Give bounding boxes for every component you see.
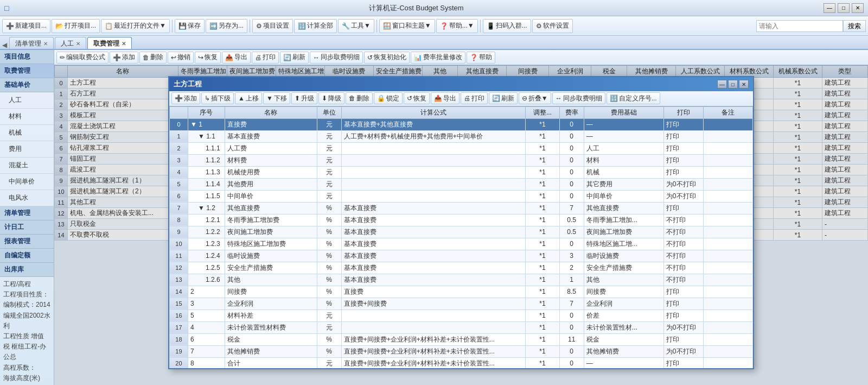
modal-grid-container[interactable]: 序号 名称 单位 计算公式 调整... 费率 费用基础 打印 备注 bbox=[169, 106, 753, 368]
sidebar-item-dianfengshui[interactable]: 电风水 bbox=[0, 190, 54, 206]
sidebar-item-feiyong[interactable]: 费用 bbox=[0, 141, 54, 157]
tab-close-qufeiguanli[interactable]: ✕ bbox=[122, 41, 126, 47]
maximize-button[interactable]: □ bbox=[838, 3, 850, 13]
calc-all-button[interactable]: 🔢 计算全部 bbox=[294, 19, 337, 33]
tab-close-qingdan[interactable]: ✕ bbox=[43, 41, 48, 47]
modal-restore-button[interactable]: ↺ 恢复 bbox=[404, 92, 430, 104]
project-settings-button[interactable]: ⚙ 项目设置 bbox=[252, 19, 293, 33]
modal-col-formula[interactable]: 计算公式 bbox=[341, 106, 525, 118]
batch-rate-button[interactable]: 📊 费率批量修改 bbox=[411, 52, 465, 64]
minimize-button[interactable]: — bbox=[824, 3, 835, 13]
modal-col-base[interactable]: 费用基础 bbox=[584, 106, 663, 118]
modal-table-row[interactable]: 18 6 税金 % 直接费+间接费+企业利润+材料补差+未计价装置性... *1… bbox=[170, 333, 753, 345]
modal-col-unit[interactable]: 单位 bbox=[317, 106, 341, 118]
modal-export-button[interactable]: 📤 导出 bbox=[431, 92, 459, 104]
modal-table-row[interactable]: 4 1.1.3 机械使用费 元 *1 0 机械 打印 bbox=[170, 166, 753, 178]
modal-table-row[interactable]: 2 1.1.1 人工费 元 *1 0 人工 打印 bbox=[170, 142, 753, 154]
modal-col-adj[interactable]: 调整... bbox=[526, 106, 559, 118]
tools-button[interactable]: 🔧 工具▼ bbox=[338, 19, 374, 33]
modal-table-row[interactable]: 19 7 其他摊销费 % 直接费+间接费+企业利润+材料补差+未计价装置性...… bbox=[170, 345, 753, 357]
modal-custom-seq-button[interactable]: 🔢 自定义序号... bbox=[607, 92, 660, 104]
modal-move-up-button[interactable]: ▲ 上移 bbox=[235, 92, 262, 104]
modal-collapse-button[interactable]: ⊖ 折叠▼ bbox=[519, 92, 551, 104]
recent-files-button[interactable]: 📋 最近打开的文件▼ bbox=[101, 19, 170, 33]
search-button[interactable]: 搜索 bbox=[843, 20, 866, 32]
modal-table-row[interactable]: 17 4 未计价装置性材料费 元 *1 0 未计价装置性材... 为0不打印 bbox=[170, 321, 753, 333]
modal-table-row[interactable]: 8 1.2.1 冬雨季施工增加费 % 基本直接费 *1 0.5 冬雨季施工增加.… bbox=[170, 214, 753, 226]
modal-table-row[interactable]: 6 1.1.5 中间单价 元 *1 0 中间单价 为0不打印 bbox=[170, 190, 753, 202]
modal-close-button[interactable]: ✕ bbox=[739, 80, 749, 89]
modal-table-row[interactable]: 1 ▼ 1.1 基本直接费 元 人工费+材料费+机械使用费+其他费用+中间单价 … bbox=[170, 130, 753, 142]
modal-table-row[interactable]: 12 1.2.5 安全生产措施费 % 基本直接费 *1 2 安全生产措施费 不打… bbox=[170, 262, 753, 274]
new-project-button[interactable]: ➕ 新建项目... bbox=[2, 19, 50, 33]
help-button[interactable]: ❓ 帮助...▼ bbox=[436, 19, 478, 33]
undo-button[interactable]: ↩ 撤销 bbox=[168, 52, 194, 64]
sidebar-item-zhongjian[interactable]: 中间单价 bbox=[0, 174, 54, 190]
open-project-button[interactable]: 📂 打开项目... bbox=[52, 19, 100, 33]
search-input[interactable] bbox=[756, 20, 843, 32]
modal-row-print: 打印 bbox=[663, 357, 704, 368]
modal-lock-button[interactable]: 🔒 锁定 bbox=[374, 92, 403, 104]
export-button[interactable]: 📤 导出 bbox=[222, 52, 251, 64]
modal-maximize-button[interactable]: □ bbox=[728, 80, 738, 89]
modal-col-note[interactable]: 备注 bbox=[704, 106, 753, 118]
modal-table-row[interactable]: 15 3 企业利润 % 直接费+间接费 *1 7 企业利润 打印 bbox=[170, 298, 753, 310]
modal-col-name[interactable]: 名称 bbox=[225, 106, 317, 118]
main-layout: 项目信息 取费管理 基础单价 人工 材料 机械 费用 混凝土 中间单价 电风水 … bbox=[0, 50, 868, 385]
restore-init-button[interactable]: ↺ 恢复初始化 bbox=[364, 52, 410, 64]
modal-col-print[interactable]: 打印 bbox=[663, 106, 704, 118]
sidebar-item-hunningtu[interactable]: 混凝土 bbox=[0, 157, 54, 174]
close-button[interactable]: ✕ bbox=[852, 3, 864, 13]
add-button[interactable]: ➕ 添加 bbox=[110, 52, 138, 64]
modal-sync-button[interactable]: ↔ 同步取费明细 bbox=[552, 92, 605, 104]
refresh-button[interactable]: 🔄 刷新 bbox=[280, 52, 309, 64]
modal-table-row[interactable]: 5 1.1.4 其他费用 元 *1 0 其它费用 为0不打印 bbox=[170, 178, 753, 190]
edit-formula-button[interactable]: ✏ 编辑取费公式 bbox=[56, 52, 108, 64]
sync-detail-button[interactable]: ↔ 同步取费明细 bbox=[310, 52, 363, 64]
delete-button[interactable]: 🗑 删除 bbox=[139, 52, 167, 64]
window-theme-button[interactable]: 🪟 窗口和主题▼ bbox=[379, 19, 435, 33]
modal-table-row[interactable]: 0 ▼ 1 直接费 元 基本直接费+其他直接费 *1 0 — 打印 bbox=[170, 118, 753, 130]
modal-print-button[interactable]: 🖨 打印 bbox=[461, 92, 488, 104]
modal-row-unit: 元 bbox=[317, 130, 341, 142]
modal-table-row[interactable]: 11 1.2.4 临时设施费 % 基本直接费 *1 3 临时设施费 不打印 bbox=[170, 250, 753, 262]
sidebar-item-rengong[interactable]: 人工 bbox=[0, 92, 54, 109]
modal-table-row[interactable]: 9 1.2.2 夜间施工增加费 % 基本直接费 *1 0.5 夜间施工增加费 不… bbox=[170, 226, 753, 238]
sidebar-section-qufeiguanli[interactable]: 取费管理 bbox=[0, 64, 54, 78]
qr-scan-button[interactable]: 📱 扫码入群... bbox=[483, 19, 531, 33]
inner-help-button[interactable]: ❓ 帮助 bbox=[467, 52, 495, 64]
modal-row-index: 9 bbox=[170, 226, 188, 238]
modal-demote-button[interactable]: ⬇ 降级 bbox=[318, 92, 344, 104]
modal-table-row[interactable]: 16 5 材料补差 元 *1 0 价差 打印 bbox=[170, 310, 753, 321]
software-settings-button[interactable]: ⚙ 软件设置 bbox=[532, 19, 573, 33]
sidebar-item-jixie[interactable]: 机械 bbox=[0, 125, 54, 141]
tab-scroll-left[interactable]: ◀ bbox=[2, 41, 7, 49]
modal-row-print: 打印 bbox=[663, 142, 704, 154]
tab-close-rengong[interactable]: ✕ bbox=[76, 41, 80, 47]
modal-table-row[interactable]: 10 1.2.3 特殊地区施工增加费 % 基本直接费 *1 0 特殊地区施工增.… bbox=[170, 238, 753, 250]
modal-add-button[interactable]: ➕ 添加 bbox=[171, 92, 200, 104]
save-button[interactable]: 💾 保存 bbox=[175, 19, 205, 33]
tab-rengong[interactable]: 人工 ✕ bbox=[55, 37, 86, 49]
modal-promote-button[interactable]: ⬆ 升级 bbox=[291, 92, 317, 104]
modal-table-row[interactable]: 14 2 间接费 % 直接费 *1 8.5 间接费 打印 bbox=[170, 286, 753, 298]
main-grid-container[interactable]: 名称 冬雨季施工增加费 夜间施工增加费 特殊地区施工增加费 临时设施费 安全生产… bbox=[54, 65, 868, 385]
redo-button[interactable]: ↪ 恢复 bbox=[195, 52, 221, 64]
modal-minimize-button[interactable]: — bbox=[717, 80, 727, 89]
modal-col-rate[interactable]: 费率 bbox=[559, 106, 584, 118]
save-as-button[interactable]: ➡️ 另存为... bbox=[206, 19, 247, 33]
print-button[interactable]: 🖨 打印 bbox=[252, 52, 279, 64]
modal-delete-button[interactable]: 🗑 删除 bbox=[346, 92, 373, 104]
tab-qingdan[interactable]: 清单管理 ✕ bbox=[9, 37, 54, 49]
sidebar-item-cailiao[interactable]: 材料 bbox=[0, 109, 54, 125]
modal-refresh-button[interactable]: 🔄 刷新 bbox=[489, 92, 518, 104]
modal-table-row[interactable]: 3 1.1.2 材料费 元 *1 0 材料 打印 bbox=[170, 154, 753, 166]
tab-qufeiguanli[interactable]: 取费管理 ✕ bbox=[87, 37, 132, 49]
modal-col-seq[interactable]: 序号 bbox=[188, 106, 225, 118]
modal-move-down-button[interactable]: ▼ 下移 bbox=[263, 92, 290, 104]
modal-table-row[interactable]: 20 8 合计 元 直接费+间接费+企业利润+材料补差+未计价装置性... *1… bbox=[170, 357, 753, 368]
modal-add-icon: ➕ bbox=[175, 94, 183, 102]
modal-insert-child-button[interactable]: ↳ 插下级 bbox=[201, 92, 234, 104]
modal-table-row[interactable]: 7 ▼ 1.2 其他直接费 % 基本直接费 *1 7 其他直接费 打印 bbox=[170, 202, 753, 214]
modal-table-row[interactable]: 13 1.2.6 其他 % 基本直接费 *1 1 其他 不打印 bbox=[170, 274, 753, 286]
